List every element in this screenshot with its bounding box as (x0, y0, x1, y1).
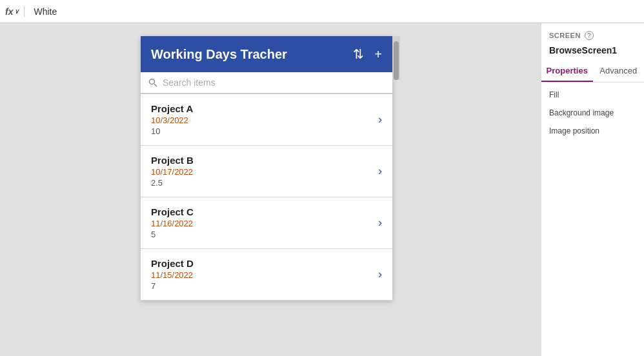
list-item[interactable]: Project B 10/17/2022 2.5 › (141, 146, 392, 197)
fx-label: fx (5, 6, 13, 17)
list-item[interactable]: Project D 11/15/2022 7 › (141, 249, 392, 301)
panel-tabs: Properties Advanced (541, 61, 644, 83)
chevron-right-icon: › (378, 216, 382, 230)
item-date: 11/16/2022 (151, 219, 194, 228)
tab-properties[interactable]: Properties (541, 61, 593, 82)
item-count: 2.5 (151, 178, 194, 188)
prop-fill-label: Fill (549, 90, 636, 99)
prop-fill: Fill (549, 90, 636, 99)
chevron-right-icon: › (378, 164, 382, 178)
item-count: 7 (151, 281, 194, 291)
list-item[interactable]: Project C 11/16/2022 5 › (141, 197, 392, 249)
help-icon[interactable]: ? (585, 31, 594, 40)
app-header: Working Days Tracher ⇅ + (141, 36, 392, 72)
formula-value[interactable]: White (28, 6, 57, 17)
item-date: 11/15/2022 (151, 270, 194, 280)
formula-bar: fx ∨ White (0, 0, 644, 23)
chevron-right-icon: › (378, 113, 382, 126)
canvas-scrollbar[interactable] (392, 36, 400, 80)
scrollbar-thumb[interactable] (394, 41, 399, 80)
item-name: Project B (151, 155, 194, 166)
list-item-content: Project D 11/15/2022 7 (151, 258, 194, 291)
prop-background-image: Background image (549, 108, 636, 117)
list-item-content: Project B 10/17/2022 2.5 (151, 155, 194, 188)
item-count: 10 (151, 126, 193, 136)
prop-background-image-label: Background image (549, 108, 636, 117)
app-title: Working Days Tracher (151, 47, 287, 62)
search-placeholder: Search items (163, 77, 216, 88)
add-icon[interactable]: + (374, 47, 382, 62)
item-date: 10/3/2022 (151, 115, 193, 125)
panel-properties: Fill Background image Image position (541, 83, 644, 143)
right-panel: SCREEN ? BrowseScreen1 Properties Advanc… (541, 23, 644, 356)
list-item-content: Project C 11/16/2022 5 (151, 206, 194, 239)
list-container: Project A 10/3/2022 10 › Project B 10/17… (141, 94, 392, 301)
item-name: Project D (151, 258, 194, 269)
search-bar[interactable]: Search items (141, 72, 392, 94)
item-name: Project C (151, 206, 194, 217)
list-item[interactable]: Project A 10/3/2022 10 › (141, 94, 392, 146)
tab-advanced[interactable]: Advanced (593, 61, 645, 82)
screen-label: SCREEN (549, 32, 581, 39)
prop-image-position-label: Image position (549, 126, 636, 135)
chevron-right-icon: › (378, 268, 382, 281)
item-name: Project A (151, 103, 193, 114)
list-item-content: Project A 10/3/2022 10 (151, 103, 193, 136)
app-preview: Working Days Tracher ⇅ + Search items (141, 36, 392, 301)
item-date: 10/17/2022 (151, 167, 194, 177)
panel-header: SCREEN ? (541, 23, 644, 44)
svg-line-1 (154, 84, 157, 86)
formula-fx-button[interactable]: fx ∨ (5, 6, 25, 17)
item-count: 5 (151, 230, 194, 239)
screen-name: BrowseScreen1 (541, 44, 644, 61)
app-header-icons: ⇅ + (353, 46, 382, 62)
canvas-area: Working Days Tracher ⇅ + Search items (0, 23, 541, 356)
svg-point-0 (150, 79, 155, 84)
search-icon (148, 77, 157, 88)
prop-image-position: Image position (549, 126, 636, 135)
fx-chevron-icon: ∨ (14, 8, 19, 15)
sort-icon[interactable]: ⇅ (353, 46, 364, 62)
main-area: Working Days Tracher ⇅ + Search items (0, 23, 644, 356)
